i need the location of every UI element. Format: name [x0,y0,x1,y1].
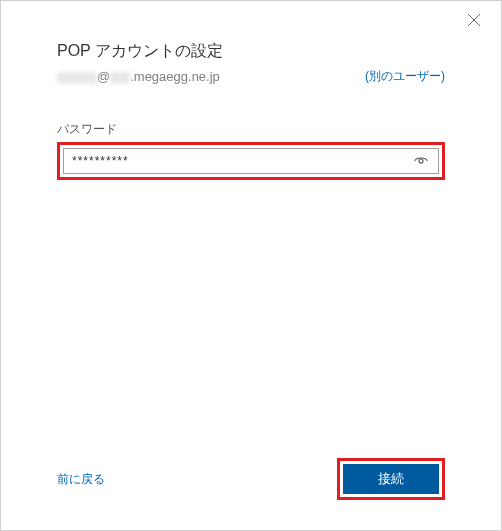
eye-icon [413,153,429,169]
email-at: @ [97,69,110,84]
account-setup-dialog: POP アカウントの設定 @.megaegg.ne.jp (別のユーザー) パス… [0,0,502,531]
email-user-masked [57,72,97,84]
email-display: @.megaegg.ne.jp [57,69,220,84]
back-link[interactable]: 前に戻る [57,471,105,488]
email-domain: .megaegg.ne.jp [130,69,220,84]
close-button[interactable] [467,13,485,31]
reveal-password-button[interactable] [412,152,430,170]
email-sub-masked [110,72,130,84]
password-field [63,148,439,174]
dialog-title: POP アカウントの設定 [57,41,445,62]
connect-button[interactable]: 接続 [343,464,439,494]
svg-point-2 [419,159,423,163]
email-row: @.megaegg.ne.jp (別のユーザー) [57,68,445,85]
dialog-footer: 前に戻る 接続 [57,458,445,500]
connect-button-highlight: 接続 [337,458,445,500]
password-field-highlight [57,142,445,180]
close-icon [467,13,481,27]
password-label: パスワード [57,121,445,138]
switch-user-link[interactable]: (別のユーザー) [365,68,445,85]
password-input[interactable] [72,154,412,168]
